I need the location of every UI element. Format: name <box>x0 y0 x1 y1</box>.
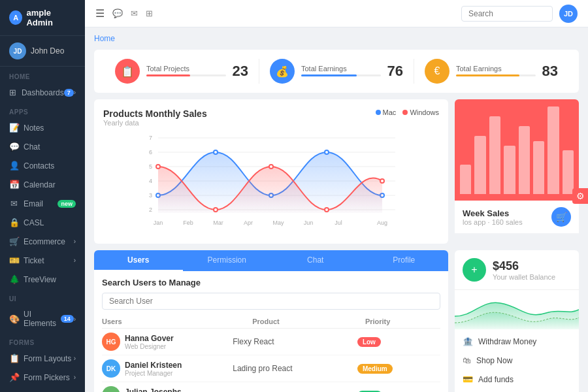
sidebar-item-ui-elements[interactable]: 🎨 UI Elements 14 › <box>0 305 85 333</box>
svg-text:Jun: Jun <box>304 220 314 226</box>
content-area: Home 📋 Total Projects 23 💰 Total Earning… <box>85 27 588 392</box>
sidebar-item-dashboards[interactable]: ⊞ Dashboards 7 › <box>0 83 85 102</box>
mail-icon[interactable]: ✉ <box>131 8 138 18</box>
sidebar-item-form-validation[interactable]: ✅ Form Validation <box>0 387 85 392</box>
contacts-icon: 👤 <box>9 161 19 171</box>
stat-earnings1-bar <box>301 74 381 76</box>
sidebar-item-casl[interactable]: 🔒 CASL <box>0 213 85 232</box>
sidebar: A ample Admin JD John Deo HOME ⊞ Dashboa… <box>0 0 85 392</box>
chart-card: Products Monthly Sales Yearly data Mac W… <box>94 99 448 244</box>
sidebar-label-dashboards: Dashboards <box>22 88 64 97</box>
stat-earnings2: € Total Earnings 83 <box>414 59 568 84</box>
users-search-input[interactable] <box>102 293 440 310</box>
week-bar-8 <box>563 150 574 195</box>
col-priority-header: Priority <box>365 318 440 325</box>
week-sales-button[interactable]: 🛒 <box>551 207 571 227</box>
chevron-right-icon3: › <box>74 257 76 264</box>
stat-projects-label: Total Projects <box>146 65 226 73</box>
stat-earnings1-label: Total Earnings <box>301 65 381 73</box>
chevron-right-icon6: › <box>74 374 76 381</box>
sidebar-user: JD John Deo <box>0 36 85 67</box>
comment-icon[interactable]: 💬 <box>112 8 123 18</box>
sidebar-item-notes[interactable]: 📝 Notes <box>0 118 85 137</box>
svg-point-19 <box>269 165 273 169</box>
chevron-right-icon: › <box>74 89 76 96</box>
user-info-julian: Julian Josephs Developer <box>125 387 233 393</box>
wallet-header: + $456 Your wallet Balance <box>455 250 579 290</box>
week-sales-title: Week Sales <box>463 208 523 218</box>
hamburger-icon[interactable]: ☰ <box>95 7 105 20</box>
stat-earnings1: 💰 Total Earnings 76 <box>259 59 414 84</box>
sidebar-logo: A ample Admin <box>0 0 85 36</box>
grid-icon[interactable]: ⊞ <box>146 8 153 18</box>
svg-point-13 <box>214 150 218 154</box>
chevron-right-icon2: › <box>74 238 76 245</box>
stat-projects-bar-fill <box>146 74 190 76</box>
week-bar-6 <box>533 141 544 194</box>
svg-text:3: 3 <box>149 192 152 199</box>
week-sales-info: Week Sales los app · 160 sales 🛒 <box>455 201 579 233</box>
wallet-action-shop[interactable]: 🛍 Shop Now <box>455 351 579 370</box>
week-bar-7 <box>547 106 559 194</box>
sidebar-item-treeview[interactable]: 🌲 TreeView <box>0 270 85 289</box>
tab-chat[interactable]: Chat <box>271 250 360 271</box>
week-bar-3 <box>489 116 500 194</box>
user-product-hanna: Flexy React <box>233 337 357 346</box>
stat-projects-info: Total Projects <box>146 65 226 78</box>
sidebar-item-email[interactable]: ✉ Email new <box>0 194 85 213</box>
priority-badge-medium: Medium <box>357 364 393 374</box>
chart-header: Products Monthly Sales Yearly data Mac W… <box>103 108 439 127</box>
svg-text:Feb: Feb <box>183 220 193 226</box>
stat-projects-value: 23 <box>233 63 248 80</box>
svg-text:Jul: Jul <box>335 220 342 226</box>
sidebar-item-contacts[interactable]: 👤 Contacts <box>0 156 85 175</box>
dashboards-badge: 7 <box>64 89 74 97</box>
users-table-header: Users Product Priority <box>102 315 440 329</box>
sidebar-item-form-layouts[interactable]: 📋 Form Layouts › <box>0 349 85 368</box>
search-input[interactable] <box>461 6 553 22</box>
week-bar-1 <box>460 165 471 194</box>
sidebar-label-casl: CASL <box>24 218 44 227</box>
sidebar-item-calendar[interactable]: 📅 Calendar <box>0 175 85 194</box>
wallet-action-add-funds[interactable]: 💳 Add funds <box>455 370 579 389</box>
sidebar-item-ecommerce[interactable]: 🛒 Ecommerce › <box>0 232 85 251</box>
app-name: ample Admin <box>26 8 76 27</box>
chart-legend: Mac Windows <box>376 108 439 116</box>
sidebar-label-chat: Chat <box>24 142 40 152</box>
svg-point-15 <box>325 150 329 154</box>
tab-permission[interactable]: Permission <box>183 250 272 271</box>
sidebar-item-form-pickers[interactable]: 📌 Form Pickers › <box>0 368 85 387</box>
stat-earnings2-info: Total Earnings <box>456 65 536 78</box>
sidebar-label-ecommerce: Ecommerce <box>24 237 65 246</box>
svg-text:5: 5 <box>149 163 152 170</box>
sidebar-item-chat[interactable]: 💬 Chat <box>0 137 85 156</box>
topbar-avatar: JD <box>559 5 578 23</box>
ecommerce-icon: 🛒 <box>9 237 19 246</box>
user-role-daniel: Project Manager <box>125 370 233 377</box>
svg-text:7: 7 <box>149 135 152 141</box>
wallet-action-withdraw[interactable]: 🏦 Withdraw Money <box>455 332 579 351</box>
wallet-chart-svg <box>455 290 579 329</box>
wallet-info: $456 Your wallet Balance <box>493 259 555 281</box>
sidebar-label-calendar: Calendar <box>24 180 56 189</box>
wallet-panel: + $456 Your wallet Balance <box>455 250 579 392</box>
avatar: JD <box>9 42 26 59</box>
legend-windows: Windows <box>402 108 439 116</box>
chart-svg: 7 6 5 4 3 2 <box>103 128 439 233</box>
users-title: Search Users to Manage <box>102 278 440 287</box>
right-edge-button[interactable]: ⚙ <box>572 188 588 204</box>
middle-row: Products Monthly Sales Yearly data Mac W… <box>94 99 579 244</box>
tab-profile[interactable]: Profile <box>360 250 449 271</box>
wallet-label: Your wallet Balance <box>493 273 555 281</box>
username: John Deo <box>31 46 64 56</box>
logo-icon: A <box>9 10 22 25</box>
tab-users[interactable]: Users <box>94 250 183 271</box>
section-home: HOME <box>0 67 85 83</box>
priority-badge-low: Low <box>357 337 381 347</box>
sidebar-item-ticket[interactable]: 🎫 Ticket › <box>0 251 85 270</box>
wallet-action-statement[interactable]: 📄 Statement <box>455 389 579 392</box>
dashboards-icon: ⊞ <box>9 88 17 97</box>
users-panel: Users Permission Chat Profile Search Use… <box>94 250 448 392</box>
earnings1-icon: 💰 <box>270 59 295 84</box>
withdraw-icon: 🏦 <box>463 336 473 346</box>
